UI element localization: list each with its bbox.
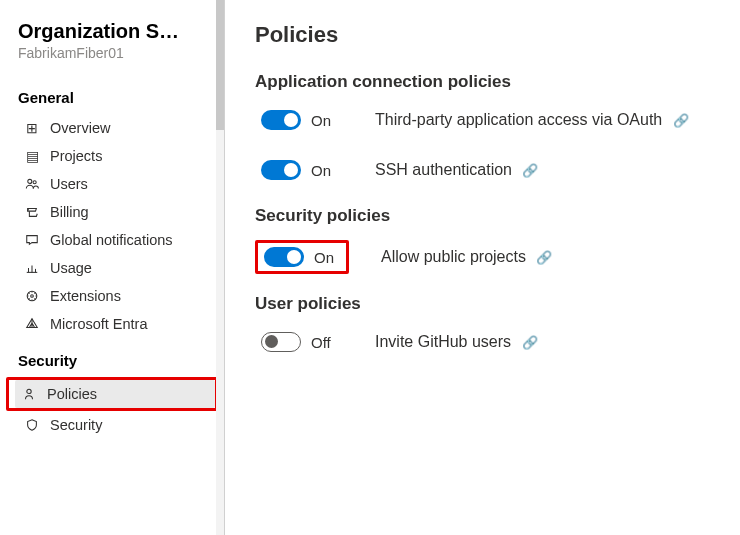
sidebar-item-usage[interactable]: Usage: [18, 254, 218, 282]
sidebar-item-billing[interactable]: Billing: [18, 198, 218, 226]
sidebar-item-label: Policies: [47, 386, 97, 402]
page-title: Policies: [255, 22, 730, 48]
billing-icon: [24, 205, 40, 219]
svg-point-0: [28, 179, 32, 183]
sidebar-item-overview[interactable]: ⊞ Overview: [18, 114, 218, 142]
policy-row-ssh: On SSH authentication 🔗: [255, 156, 730, 184]
toggle-invite-github[interactable]: [261, 332, 301, 352]
policies-icon: [21, 387, 37, 401]
sidebar-item-users[interactable]: Users: [18, 170, 218, 198]
section-header-security: Security: [18, 352, 218, 369]
sidebar-item-global-notifications[interactable]: Global notifications: [18, 226, 218, 254]
policy-label-invite-github: Invite GitHub users 🔗: [375, 333, 538, 351]
sidebar-item-label: Security: [50, 417, 102, 433]
section-user-policies-header: User policies: [255, 294, 730, 314]
extensions-icon: [24, 289, 40, 303]
policy-label-oauth: Third-party application access via OAuth…: [375, 111, 689, 129]
link-icon[interactable]: 🔗: [522, 163, 538, 178]
policy-label-ssh: SSH authentication 🔗: [375, 161, 538, 179]
users-icon: [24, 177, 40, 191]
org-name: FabrikamFiber01: [18, 45, 218, 61]
link-icon[interactable]: 🔗: [673, 113, 689, 128]
sidebar-scrollbar[interactable]: [216, 0, 224, 535]
sidebar-item-label: Extensions: [50, 288, 121, 304]
policy-row-public-projects: On Allow public projects 🔗: [255, 240, 730, 274]
sidebar-item-extensions[interactable]: Extensions: [18, 282, 218, 310]
toggle-state-ssh: On: [311, 162, 337, 179]
sidebar-item-security[interactable]: Security: [18, 411, 218, 439]
sidebar-item-projects[interactable]: ▤ Projects: [18, 142, 218, 170]
sidebar-item-label: Overview: [50, 120, 110, 136]
sidebar-item-label: Global notifications: [50, 232, 173, 248]
sidebar-item-label: Projects: [50, 148, 102, 164]
toggle-ssh[interactable]: [261, 160, 301, 180]
svg-point-2: [27, 291, 37, 301]
scrollbar-thumb[interactable]: [216, 0, 224, 130]
section-security-policies-header: Security policies: [255, 206, 730, 226]
toggle-state-public-projects: On: [314, 249, 340, 266]
sidebar-item-microsoft-entra[interactable]: Microsoft Entra: [18, 310, 218, 338]
highlight-policies-nav: Policies: [6, 377, 218, 411]
sidebar-item-label: Billing: [50, 204, 89, 220]
notifications-icon: [24, 233, 40, 247]
toggle-oauth[interactable]: [261, 110, 301, 130]
overview-icon: ⊞: [24, 120, 40, 136]
toggle-state-oauth: On: [311, 112, 337, 129]
sidebar-item-label: Users: [50, 176, 88, 192]
sidebar: Organization S… FabrikamFiber01 General …: [0, 0, 225, 535]
policy-row-invite-github: Off Invite GitHub users 🔗: [255, 328, 730, 356]
link-icon[interactable]: 🔗: [536, 250, 552, 265]
svg-point-4: [27, 389, 31, 393]
entra-icon: [24, 317, 40, 331]
section-app-connection-header: Application connection policies: [255, 72, 730, 92]
policy-label-public-projects: Allow public projects 🔗: [381, 248, 552, 266]
sidebar-item-policies[interactable]: Policies: [15, 380, 215, 408]
toggle-public-projects[interactable]: [264, 247, 304, 267]
main-content: Policies Application connection policies…: [225, 0, 740, 535]
svg-point-3: [31, 295, 34, 298]
org-settings-title: Organization S…: [18, 20, 218, 43]
svg-point-1: [33, 181, 36, 184]
projects-icon: ▤: [24, 148, 40, 164]
shield-icon: [24, 418, 40, 432]
highlight-public-projects-toggle: On: [255, 240, 349, 274]
section-header-general: General: [18, 89, 218, 106]
sidebar-item-label: Microsoft Entra: [50, 316, 148, 332]
usage-icon: [24, 261, 40, 275]
toggle-state-invite-github: Off: [311, 334, 337, 351]
policy-row-oauth: On Third-party application access via OA…: [255, 106, 730, 134]
sidebar-item-label: Usage: [50, 260, 92, 276]
link-icon[interactable]: 🔗: [522, 335, 538, 350]
